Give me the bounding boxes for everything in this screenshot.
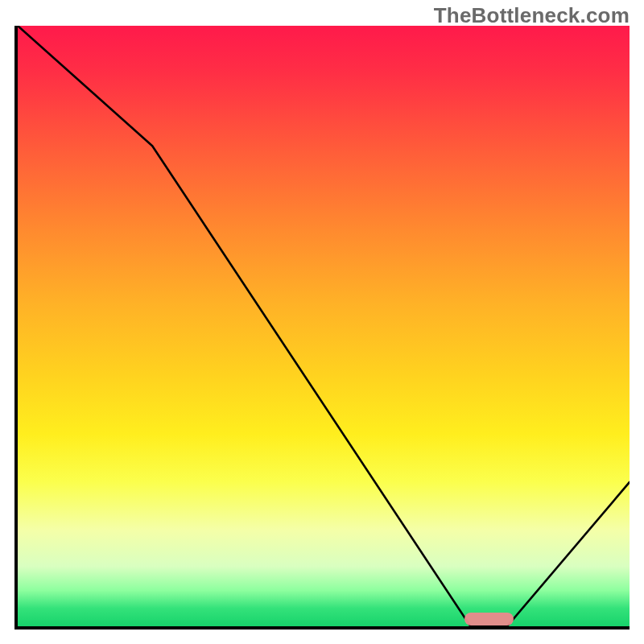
watermark-text: TheBottleneck.com — [434, 3, 630, 28]
curve-path — [18, 26, 630, 626]
plot-area — [14, 26, 630, 630]
bottleneck-curve — [18, 26, 630, 626]
optimal-range-marker — [464, 613, 514, 625]
chart-wrapper: TheBottleneck.com — [0, 0, 644, 644]
